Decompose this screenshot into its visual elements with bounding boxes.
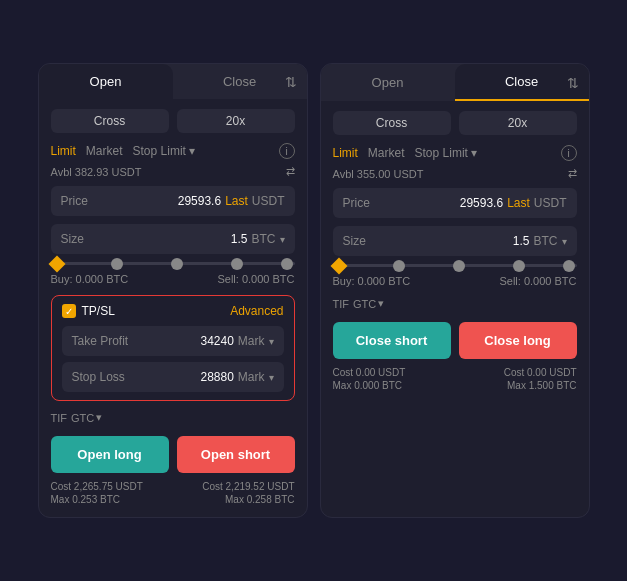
close-short-cost-label: Cost 0.00 USDT (333, 367, 455, 378)
leverage-button[interactable]: 20x (177, 109, 295, 133)
right-size-field[interactable]: Size 1.5 BTC ▾ (333, 226, 577, 256)
left-cost-row: Cost 2,265.75 USDT Max 0.253 BTC Cost 2,… (51, 481, 295, 507)
price-field[interactable]: Price 29593.6 Last USDT (51, 186, 295, 216)
right-size-value: 1.5 BTC ▾ (513, 234, 567, 248)
left-panel: Open Close ⇅ Cross 20x Limit Market Stop… (38, 63, 308, 518)
right-info-icon[interactable]: i (561, 145, 577, 161)
right-avbl-label: Avbl 355.00 USDT (333, 168, 424, 180)
limit-tab[interactable]: Limit (51, 144, 76, 158)
take-profit-label: Take Profit (72, 334, 129, 348)
take-profit-value: 34240 Mark ▾ (200, 334, 273, 348)
right-size-unit: BTC (534, 234, 558, 248)
market-tab[interactable]: Market (86, 144, 123, 158)
right-limit-tab[interactable]: Limit (333, 146, 358, 160)
right-tab-row: Open Close ⇅ (321, 64, 589, 101)
tif-arrow: ▾ (96, 411, 102, 424)
open-long-button[interactable]: Open long (51, 436, 169, 473)
right-size-label: Size (343, 234, 366, 248)
long-cost-col: Cost 2,265.75 USDT Max 0.253 BTC (51, 481, 173, 507)
right-order-type-row: Limit Market Stop Limit ▾ i (333, 145, 577, 161)
right-slider-dot-4 (563, 260, 575, 272)
short-max-label: Max 0.258 BTC (173, 494, 295, 505)
right-panel: Open Close ⇅ Cross 20x Limit Market Stop… (320, 63, 590, 518)
size-value: 1.5 BTC ▾ (231, 232, 285, 246)
close-short-button[interactable]: Close short (333, 322, 451, 359)
take-profit-unit: Mark (238, 334, 265, 348)
price-value: 29593.6 Last USDT (178, 194, 285, 208)
price-label: Price (61, 194, 88, 208)
right-action-row: Close short Close long (333, 322, 577, 359)
left-order-type-row: Limit Market Stop Limit ▾ i (51, 143, 295, 159)
left-mode-row: Cross 20x (51, 109, 295, 133)
right-price-label: Price (343, 196, 370, 210)
size-field[interactable]: Size 1.5 BTC ▾ (51, 224, 295, 254)
right-price-unit: USDT (534, 196, 567, 210)
right-tif-label: TIF (333, 298, 350, 310)
slider-dot-1 (111, 258, 123, 270)
right-panel-body: Cross 20x Limit Market Stop Limit ▾ i Av… (321, 101, 589, 403)
close-long-button[interactable]: Close long (459, 322, 577, 359)
stop-loss-value: 28880 Mark ▾ (200, 370, 273, 384)
right-transfer-icon[interactable]: ⇄ (568, 167, 577, 180)
short-cost-col: Cost 2,219.52 USDT Max 0.258 BTC (173, 481, 295, 507)
last-indicator: Last (225, 194, 248, 208)
right-slider[interactable] (333, 264, 577, 267)
tpsl-box: ✓ TP/SL Advanced Take Profit 34240 Mark … (51, 295, 295, 401)
take-profit-field[interactable]: Take Profit 34240 Mark ▾ (62, 326, 284, 356)
size-dropdown-arrow: ▾ (280, 234, 285, 245)
transfer-icon[interactable]: ⇄ (286, 165, 295, 178)
left-slider[interactable] (51, 262, 295, 265)
stop-loss-field[interactable]: Stop Loss 28880 Mark ▾ (62, 362, 284, 392)
slider-track (51, 262, 295, 265)
right-leverage-button[interactable]: 20x (459, 111, 577, 135)
tpsl-checkbox[interactable]: ✓ (62, 304, 76, 318)
right-stop-limit-tab[interactable]: Stop Limit ▾ (415, 146, 478, 160)
right-slider-handle[interactable] (330, 257, 347, 274)
close-long-cost-label: Cost 0.00 USDT (455, 367, 577, 378)
slider-dot-3 (231, 258, 243, 270)
right-slider-track (333, 264, 577, 267)
right-price-field[interactable]: Price 29593.6 Last USDT (333, 188, 577, 218)
tif-label: TIF (51, 412, 68, 424)
left-panel-body: Cross 20x Limit Market Stop Limit ▾ i Av… (39, 99, 307, 517)
stop-limit-tab[interactable]: Stop Limit ▾ (133, 144, 196, 158)
tpsl-label: TP/SL (82, 304, 115, 318)
left-action-row: Open long Open short (51, 436, 295, 473)
slider-dot-2 (171, 258, 183, 270)
long-cost-label: Cost 2,265.75 USDT (51, 481, 173, 492)
right-tab-open[interactable]: Open (321, 65, 455, 100)
right-sell-text: Sell: 0.000 BTC (499, 275, 576, 287)
info-icon[interactable]: i (279, 143, 295, 159)
take-profit-arrow: ▾ (269, 336, 274, 347)
right-size-arrow: ▾ (562, 236, 567, 247)
stop-loss-unit: Mark (238, 370, 265, 384)
right-sort-icon: ⇅ (567, 75, 579, 91)
open-short-button[interactable]: Open short (177, 436, 295, 473)
right-slider-dot-2 (453, 260, 465, 272)
right-market-tab[interactable]: Market (368, 146, 405, 160)
right-cross-button[interactable]: Cross (333, 111, 451, 135)
buy-text: Buy: 0.000 BTC (51, 273, 129, 285)
slider-dot-4 (281, 258, 293, 270)
size-unit: BTC (252, 232, 276, 246)
right-buy-text: Buy: 0.000 BTC (333, 275, 411, 287)
advanced-button[interactable]: Advanced (230, 304, 283, 318)
left-tab-open[interactable]: Open (39, 64, 173, 99)
right-price-value: 29593.6 Last USDT (460, 196, 567, 210)
long-max-label: Max 0.253 BTC (51, 494, 173, 505)
buy-sell-row: Buy: 0.000 BTC Sell: 0.000 BTC (51, 273, 295, 285)
left-tif-row: TIF GTC ▾ (51, 411, 295, 424)
cross-button[interactable]: Cross (51, 109, 169, 133)
close-short-max-label: Max 0.000 BTC (333, 380, 455, 391)
slider-handle[interactable] (48, 255, 65, 272)
close-long-max-label: Max 1.500 BTC (455, 380, 577, 391)
right-tif-value[interactable]: GTC ▾ (353, 297, 384, 310)
right-slider-dot-3 (513, 260, 525, 272)
price-unit: USDT (252, 194, 285, 208)
right-cost-row: Cost 0.00 USDT Max 0.000 BTC Cost 0.00 U… (333, 367, 577, 393)
tif-value[interactable]: GTC ▾ (71, 411, 102, 424)
right-buy-sell-row: Buy: 0.000 BTC Sell: 0.000 BTC (333, 275, 577, 287)
close-long-cost-col: Cost 0.00 USDT Max 1.500 BTC (455, 367, 577, 393)
right-slider-dot-1 (393, 260, 405, 272)
right-last-indicator: Last (507, 196, 530, 210)
